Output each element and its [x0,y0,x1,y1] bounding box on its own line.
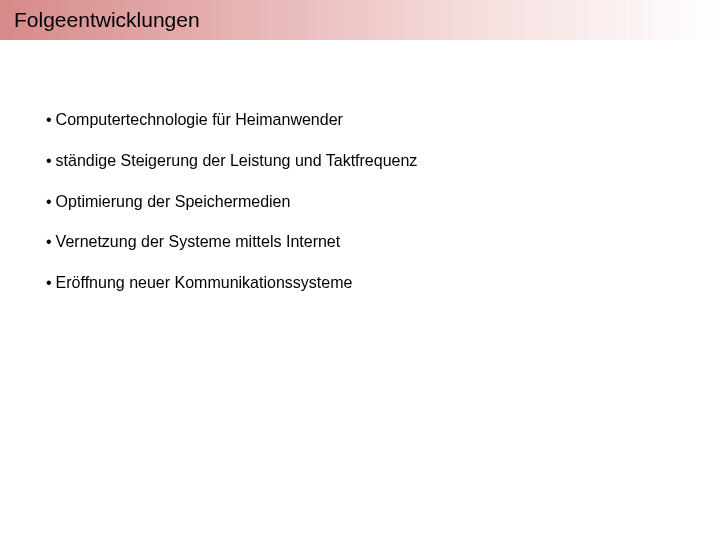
bullet-text: Vernetzung der Systeme mittels Internet [56,233,341,250]
bullet-text: ständige Steigerung der Leistung und Tak… [56,152,418,169]
bullet-icon: • [46,273,52,294]
bullet-icon: • [46,151,52,172]
bullet-text: Computertechnologie für Heimanwender [56,111,343,128]
bullet-text: Eröffnung neuer Kommunikationssysteme [56,274,353,291]
list-item: •Eröffnung neuer Kommunikationssysteme [46,273,720,294]
title-bar: Folgeentwicklungen [0,0,720,40]
list-item: •ständige Steigerung der Leistung und Ta… [46,151,720,172]
list-item: •Vernetzung der Systeme mittels Internet [46,232,720,253]
bullet-icon: • [46,192,52,213]
bullet-icon: • [46,232,52,253]
bullet-icon: • [46,110,52,131]
slide-title: Folgeentwicklungen [14,8,200,32]
list-item: •Computertechnologie für Heimanwender [46,110,720,131]
content-area: •Computertechnologie für Heimanwender •s… [0,40,720,294]
bullet-text: Optimierung der Speichermedien [56,193,291,210]
list-item: •Optimierung der Speichermedien [46,192,720,213]
